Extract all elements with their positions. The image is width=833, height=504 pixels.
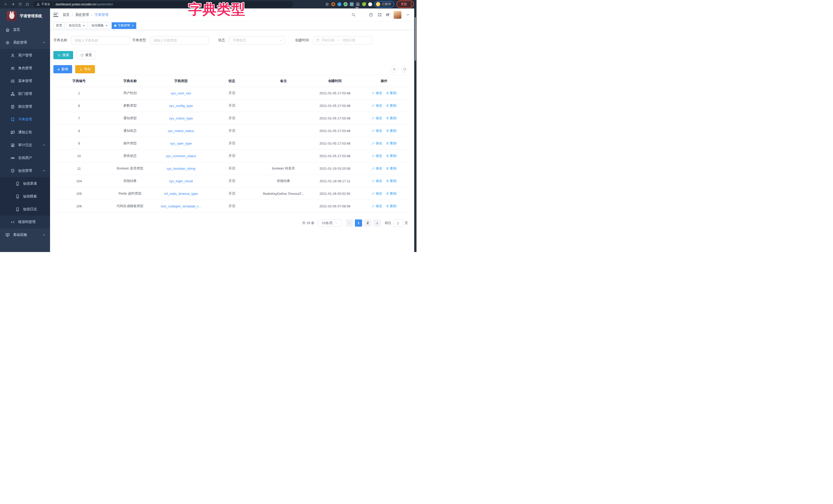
cell-type[interactable]: sys_common_status (166, 154, 196, 158)
github-icon[interactable] (360, 12, 364, 17)
edit-button[interactable]: 修改 (372, 103, 382, 108)
page-button-2[interactable]: 2 (364, 220, 371, 227)
cell-type[interactable]: sys_oper_type (170, 142, 192, 145)
edit-pencil-icon (372, 192, 375, 195)
edit-button[interactable]: 修改 (372, 204, 382, 208)
tab-短信日志[interactable]: 短信日志× (66, 22, 88, 29)
close-icon[interactable]: × (132, 24, 134, 27)
delete-button[interactable]: 删除 (386, 128, 397, 133)
page-size-select[interactable]: 10条/页 (318, 220, 341, 227)
caret-down-icon[interactable] (406, 12, 410, 17)
cell-type[interactable]: sys_boolean_string (167, 167, 195, 171)
extension-leaf-icon[interactable] (362, 2, 366, 6)
close-icon[interactable]: × (106, 24, 108, 27)
delete-button[interactable]: 删除 (386, 116, 397, 121)
sidebar-item-dict-manage[interactable]: 字典管理 (0, 113, 50, 126)
sidebar-item-dept-manage[interactable]: 部门管理 (0, 87, 50, 100)
add-button[interactable]: +新增 (53, 65, 72, 73)
delete-button[interactable]: 删除 (386, 191, 397, 196)
extension-green-icon[interactable] (343, 2, 348, 6)
scrollbar-thumb[interactable] (415, 17, 416, 61)
sidebar-item-system-manage[interactable]: 系统管理 (0, 36, 50, 49)
sidebar-item-role-manage[interactable]: 角色管理 (0, 62, 50, 75)
delete-button[interactable]: 删除 (386, 154, 397, 158)
goto-page-input[interactable] (394, 220, 403, 227)
edit-button[interactable]: 修改 (372, 141, 382, 146)
bookmark-star-icon[interactable] (325, 2, 329, 6)
search-icon[interactable] (351, 12, 356, 17)
sidebar-item-error-code[interactable]: 错误码管理 (0, 216, 50, 228)
delete-button[interactable]: 删除 (386, 166, 397, 171)
edit-button[interactable]: 修改 (372, 91, 382, 95)
status-select[interactable]: 字典状态 (229, 36, 285, 44)
dict-name-input[interactable] (71, 36, 129, 44)
tab-首页[interactable]: 首页 (53, 22, 65, 29)
breadcrumb-item[interactable]: 系统管理 (75, 12, 89, 17)
edit-button[interactable]: 修改 (372, 191, 382, 196)
browser-update-button[interactable]: 更新 (399, 2, 409, 7)
breadcrumb-item[interactable]: 首页 (63, 12, 70, 17)
font-size-icon[interactable]: tT (386, 12, 389, 17)
delete-button[interactable]: 删除 (386, 204, 397, 208)
cell-type[interactable]: sys_notice_type (169, 117, 193, 120)
dict-type-input[interactable] (150, 36, 208, 44)
sidebar-item-sms-manage[interactable]: 短信管理 (0, 164, 50, 177)
address-bar[interactable]: 不安全 dashboard.yudao.iocoder.cn/system/di… (33, 1, 293, 7)
sidebar-item-home[interactable]: 首页 (0, 23, 50, 36)
sidebar-item-user-manage[interactable]: 用户管理 (0, 49, 50, 62)
browser-back-icon[interactable] (3, 1, 9, 7)
page-scrollbar[interactable] (414, 8, 416, 252)
browser-reload-icon[interactable] (17, 1, 23, 7)
edit-button[interactable]: 修改 (372, 154, 382, 158)
edit-button[interactable]: 修改 (372, 179, 382, 183)
extension-blue-drop-icon[interactable] (337, 2, 341, 6)
cell-type[interactable]: sys_notice_status (168, 129, 194, 133)
sidebar-item-sms-template[interactable]: 短信模板 (0, 190, 50, 203)
extension-ghost-icon[interactable] (368, 2, 372, 6)
cell-type[interactable]: sys_config_type (169, 104, 193, 108)
sidebar-item-audit-log[interactable]: 审计日志 (0, 139, 50, 152)
hamburger-icon[interactable] (53, 13, 58, 17)
export-button[interactable]: 导出 (75, 65, 95, 73)
prev-page-button[interactable] (346, 220, 353, 227)
cell-type[interactable]: sys_user_sex (171, 91, 191, 95)
extension-orange-icon[interactable] (331, 2, 335, 6)
cell-type[interactable]: inf_redis_timeout_type (164, 192, 198, 196)
reset-button[interactable]: 重置 (76, 51, 96, 59)
cell-type[interactable]: sys_login_result (169, 179, 193, 183)
paused-extension-chip[interactable]: 已暂停 (375, 1, 394, 7)
avatar[interactable] (394, 11, 401, 19)
tab-字典管理[interactable]: 字典管理× (112, 22, 136, 29)
browser-home-icon[interactable] (24, 1, 30, 7)
edit-button[interactable]: 修改 (372, 128, 382, 133)
edit-button[interactable]: 修改 (372, 166, 382, 171)
sidebar-item-online-user[interactable]: 在线用户 (0, 152, 50, 164)
sidebar-item-post-manage[interactable]: 岗位管理 (0, 100, 50, 113)
close-icon[interactable]: × (83, 24, 85, 27)
delete-button[interactable]: 删除 (386, 179, 397, 183)
tab-短信模板[interactable]: 短信模板× (89, 22, 110, 29)
page-button-1[interactable]: 1 (355, 220, 362, 227)
browser-menu-icon[interactable] (411, 2, 412, 6)
sidebar-item-infra[interactable]: 基础设施 (0, 228, 50, 241)
help-icon[interactable] (369, 12, 373, 17)
sidebar-item-sms-channel[interactable]: 短信渠道 (0, 177, 50, 190)
delete-button[interactable]: 删除 (386, 141, 397, 146)
app-logo[interactable]: 芋道管理系统 (0, 8, 50, 23)
refresh-table-button[interactable] (401, 66, 408, 73)
cell-type[interactable]: tool_codegen_template_t... (161, 204, 201, 208)
fullscreen-icon[interactable] (378, 12, 382, 17)
sidebar-item-notice[interactable]: 通知公告 (0, 126, 50, 139)
browser-forward-icon[interactable] (10, 1, 16, 7)
edit-button[interactable]: 修改 (372, 116, 382, 121)
next-page-button[interactable] (373, 220, 381, 227)
delete-button[interactable]: 删除 (386, 91, 397, 95)
date-range-picker[interactable]: 开始日期 ~ 结束日期 (313, 36, 372, 44)
delete-button[interactable]: 删除 (386, 103, 397, 108)
extension-diamond-icon[interactable] (350, 2, 354, 6)
extension-list-icon[interactable]: on (356, 2, 360, 6)
toggle-search-button[interactable] (390, 66, 398, 73)
sidebar-item-menu-manage[interactable]: 菜单管理 (0, 75, 50, 87)
search-button[interactable]: 搜索 (53, 51, 73, 59)
sidebar-item-sms-log[interactable]: 短信日志 (0, 203, 50, 216)
